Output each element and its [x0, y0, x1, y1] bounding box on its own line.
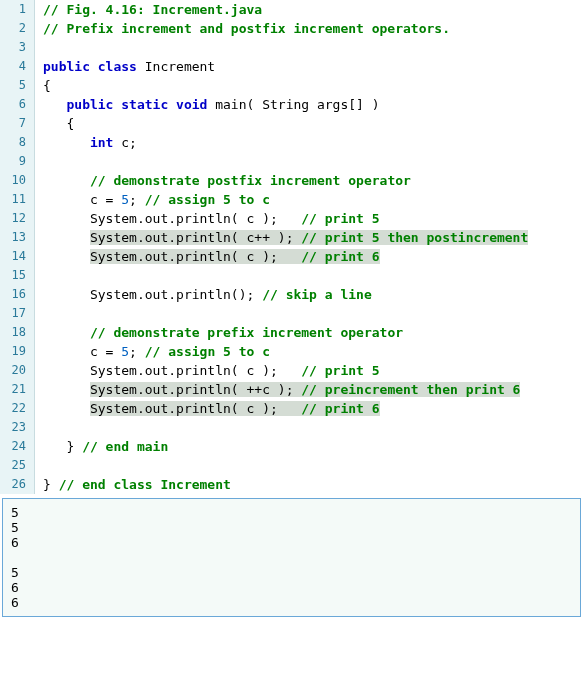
code-content	[35, 456, 584, 475]
code-line: 4public class Increment	[0, 57, 583, 76]
code-content: System.out.println( c ); // print 5	[35, 361, 584, 380]
code-content	[35, 38, 584, 57]
code-content: {	[35, 114, 584, 133]
code-content: System.out.println( c ); // print 5	[35, 209, 584, 228]
code-token: main( String args[] )	[207, 97, 379, 112]
line-number: 5	[0, 76, 35, 95]
line-number: 12	[0, 209, 35, 228]
line-number: 19	[0, 342, 35, 361]
code-content: public class Increment	[35, 57, 584, 76]
code-line: 8 int c;	[0, 133, 583, 152]
code-listing: 1// Fig. 4.16: Increment.java2// Prefix …	[0, 0, 583, 494]
code-token	[43, 249, 90, 264]
code-line: 6 public static void main( String args[]…	[0, 95, 583, 114]
code-content	[35, 304, 584, 323]
code-token: public class	[43, 59, 137, 74]
line-number: 1	[0, 0, 35, 19]
code-content: System.out.println( ++c ); // preincreme…	[35, 380, 584, 399]
code-token: // preincrement then print 6	[301, 382, 520, 397]
line-number: 10	[0, 171, 35, 190]
code-token: ;	[129, 344, 145, 359]
code-token	[43, 382, 90, 397]
code-token	[43, 135, 90, 150]
code-token: System.out.println( c++ );	[90, 230, 301, 245]
line-number: 6	[0, 95, 35, 114]
code-token: // demonstrate prefix increment operator	[90, 325, 403, 340]
code-line: 16 System.out.println(); // skip a line	[0, 285, 583, 304]
code-content	[35, 418, 584, 437]
code-line: 9	[0, 152, 583, 171]
code-content	[35, 152, 584, 171]
code-token	[43, 458, 51, 473]
line-number: 24	[0, 437, 35, 456]
code-content	[35, 266, 584, 285]
code-token: 5	[121, 344, 129, 359]
code-content: c = 5; // assign 5 to c	[35, 342, 584, 361]
code-token: // skip a line	[262, 287, 372, 302]
code-token: }	[43, 477, 59, 492]
code-token: {	[43, 116, 74, 131]
line-number: 3	[0, 38, 35, 57]
code-token	[43, 40, 51, 55]
code-line: 15	[0, 266, 583, 285]
code-line: 14 System.out.println( c ); // print 6	[0, 247, 583, 266]
code-token: System.out.println( c );	[43, 211, 301, 226]
line-number: 25	[0, 456, 35, 475]
line-number: 7	[0, 114, 35, 133]
code-token: // end class Increment	[59, 477, 231, 492]
code-token	[43, 97, 66, 112]
code-token: System.out.println( c );	[90, 249, 301, 264]
code-content: } // end class Increment	[35, 475, 584, 494]
code-token	[43, 154, 51, 169]
code-content: public static void main( String args[] )	[35, 95, 584, 114]
code-token: c =	[43, 192, 121, 207]
code-content: System.out.println( c ); // print 6	[35, 247, 584, 266]
line-number: 8	[0, 133, 35, 152]
code-content: System.out.println( c++ ); // print 5 th…	[35, 228, 584, 247]
code-token: System.out.println( ++c );	[90, 382, 301, 397]
code-line: 1// Fig. 4.16: Increment.java	[0, 0, 583, 19]
line-number: 17	[0, 304, 35, 323]
code-token: // print 5	[301, 211, 379, 226]
code-line: 7 {	[0, 114, 583, 133]
code-line: 24 } // end main	[0, 437, 583, 456]
code-token	[43, 325, 90, 340]
code-content: {	[35, 76, 584, 95]
code-line: 26} // end class Increment	[0, 475, 583, 494]
code-line: 22 System.out.println( c ); // print 6	[0, 399, 583, 418]
code-token	[43, 268, 51, 283]
code-token: ;	[129, 192, 145, 207]
line-number: 21	[0, 380, 35, 399]
code-line: 13 System.out.println( c++ ); // print 5…	[0, 228, 583, 247]
code-content: // Fig. 4.16: Increment.java	[35, 0, 584, 19]
line-number: 4	[0, 57, 35, 76]
code-token	[43, 173, 90, 188]
code-token: System.out.println( c );	[90, 401, 301, 416]
code-line: 23	[0, 418, 583, 437]
code-content: // demonstrate prefix increment operator	[35, 323, 584, 342]
code-content: } // end main	[35, 437, 584, 456]
code-token: // end main	[82, 439, 168, 454]
line-number: 2	[0, 19, 35, 38]
line-number: 15	[0, 266, 35, 285]
code-token: }	[43, 439, 82, 454]
code-token: // Fig. 4.16: Increment.java	[43, 2, 262, 17]
line-number: 16	[0, 285, 35, 304]
code-token: // assign 5 to c	[145, 344, 270, 359]
line-number: 20	[0, 361, 35, 380]
line-number: 14	[0, 247, 35, 266]
code-token: // print 6	[301, 249, 379, 264]
code-token	[43, 306, 51, 321]
code-token: // demonstrate postfix increment operato…	[90, 173, 411, 188]
code-token: // Prefix increment and postfix incremen…	[43, 21, 450, 36]
code-token: System.out.println();	[43, 287, 262, 302]
code-content: // Prefix increment and postfix incremen…	[35, 19, 584, 38]
program-output: 5 5 6 5 6 6	[2, 498, 581, 617]
code-line: 19 c = 5; // assign 5 to c	[0, 342, 583, 361]
code-token	[43, 401, 90, 416]
code-line: 20 System.out.println( c ); // print 5	[0, 361, 583, 380]
code-content: System.out.println(); // skip a line	[35, 285, 584, 304]
code-token: int	[90, 135, 113, 150]
code-token	[43, 230, 90, 245]
code-line: 21 System.out.println( ++c ); // preincr…	[0, 380, 583, 399]
